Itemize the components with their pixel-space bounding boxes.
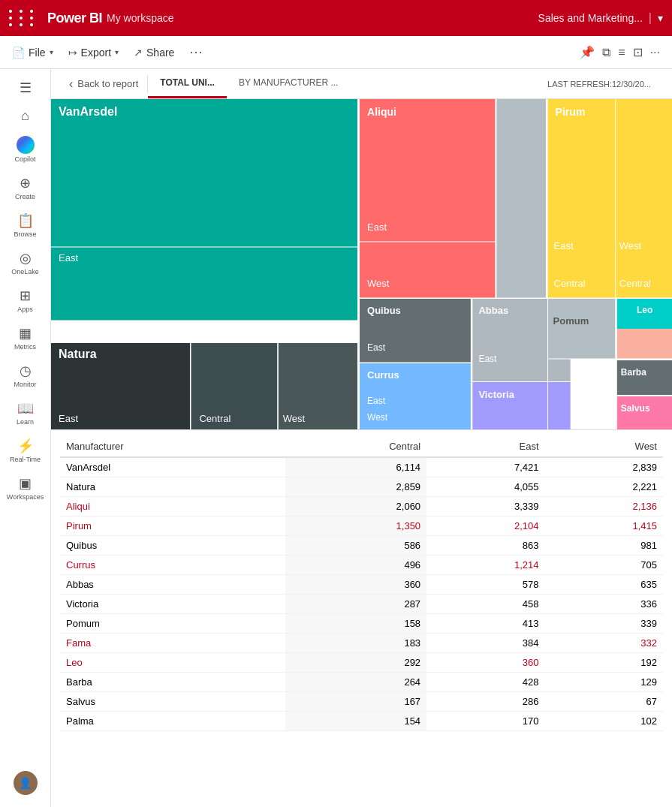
sidebar-item-home[interactable]: ⌂ [3, 104, 48, 128]
title-chevron-icon[interactable]: ▾ [658, 12, 663, 24]
cell-manufacturer: Fama [60, 634, 285, 653]
col-manufacturer: Manufacturer [60, 436, 285, 457]
svg-text:East: East [59, 413, 78, 424]
cell-west: 332 [545, 634, 663, 653]
onelake-icon: ◎ [20, 250, 32, 266]
workspace-label[interactable]: My workspace [107, 12, 173, 24]
cell-manufacturer: Leo [60, 653, 285, 673]
sidebar-label-copilot: Copilot [14, 155, 35, 163]
cell-west: 67 [545, 692, 663, 712]
cell-central: 586 [285, 536, 426, 556]
cell-central: 6,114 [285, 457, 426, 477]
title-separator: | [649, 11, 652, 25]
back-to-report-button[interactable]: ‹ Back to report [60, 69, 147, 98]
file-icon: 📄 [12, 47, 25, 59]
sidebar-item-learn[interactable]: 📖 Learn [3, 396, 48, 430]
sidebar-item-realtime[interactable]: ⚡ Real-Time [3, 433, 48, 468]
export-menu[interactable]: ↦ Export ▾ [68, 47, 119, 59]
svg-text:East: East [478, 354, 497, 364]
cell-east: 286 [426, 692, 544, 712]
tab-by-manufacturer[interactable]: BY MANUFACTURER ... [227, 69, 350, 98]
create-icon: ⊕ [20, 175, 31, 191]
report-title: Sales and Marketing... [538, 12, 643, 24]
sidebar-item-apps[interactable]: ⊞ Apps [3, 283, 48, 318]
svg-text:East: East [367, 221, 387, 233]
sidebar-item-metrics[interactable]: ▦ Metrics [3, 321, 48, 355]
file-label: File [29, 47, 46, 59]
cell-west: 336 [545, 595, 663, 614]
cell-central: 287 [285, 595, 426, 614]
svg-rect-46 [617, 360, 672, 395]
cell-east: 4,055 [426, 477, 544, 497]
back-arrow-icon: ‹ [69, 77, 73, 91]
cell-central: 264 [285, 673, 426, 692]
treemap-cell-vanarsdel-topleft [51, 99, 358, 321]
cell-manufacturer: VanArsdel [60, 457, 285, 477]
filter-icon[interactable]: ≡ [618, 46, 625, 59]
cell-manufacturer: Pirum [60, 516, 285, 536]
copy-icon[interactable]: ⧉ [602, 46, 610, 59]
cell-east: 384 [426, 634, 544, 653]
share-label: Share [146, 47, 174, 59]
export-label: Export [81, 47, 111, 59]
treemap-chart[interactable]: VanArsdel East Central West Natura East … [51, 99, 672, 429]
table-row: Salvus16728667 [60, 692, 663, 712]
ellipsis-icon[interactable]: ··· [650, 46, 660, 59]
sidebar-item-copilot[interactable]: Copilot [3, 131, 48, 167]
table-row: Fama183384332 [60, 634, 663, 653]
cell-manufacturer: Palma [60, 712, 285, 731]
pin-icon[interactable]: 📌 [580, 45, 595, 59]
focus-icon[interactable]: ⊡ [633, 45, 643, 59]
table-row: Pirum1,3502,1041,415 [60, 516, 663, 536]
sidebar-item-onelake[interactable]: ◎ OneLake [3, 245, 48, 280]
cell-west: 981 [545, 536, 663, 556]
export-chevron-icon: ▾ [115, 48, 119, 56]
svg-text:East: East [59, 252, 78, 263]
cell-manufacturer: Pomum [60, 614, 285, 634]
main-layout: ☰ ⌂ Copilot ⊕ Create 📋 Browse ◎ OneLake … [0, 69, 672, 807]
table-row: Leo292360192 [60, 653, 663, 673]
svg-text:Leo: Leo [637, 305, 652, 315]
cell-west: 2,839 [545, 457, 663, 477]
svg-text:West: West [367, 412, 388, 423]
table-row: Natura2,8594,0552,221 [60, 477, 663, 497]
hamburger-icon: ☰ [20, 80, 32, 96]
cell-central: 2,859 [285, 477, 426, 497]
top-navigation-bar: Power BI My workspace Sales and Marketin… [0, 0, 672, 36]
cell-east: 578 [426, 575, 544, 595]
more-options-icon[interactable]: ··· [189, 44, 203, 60]
home-icon: ⌂ [21, 108, 29, 124]
sidebar-item-browse[interactable]: 📋 Browse [3, 208, 48, 242]
sidebar-label-create: Create [15, 193, 35, 200]
sidebar-item-menu[interactable]: ☰ [3, 75, 48, 101]
file-chevron-icon: ▾ [50, 48, 53, 56]
sidebar-item-create[interactable]: ⊕ Create [3, 170, 48, 205]
sidebar-item-monitor[interactable]: ◷ Monitor [3, 358, 48, 393]
app-grid-icon[interactable] [9, 10, 37, 26]
sidebar-label-apps: Apps [17, 306, 33, 313]
cell-central: 292 [285, 653, 426, 673]
cell-west: 102 [545, 712, 663, 731]
share-menu[interactable]: ↗ Share [134, 47, 174, 59]
sidebar-item-workspaces[interactable]: ▣ Workspaces [3, 471, 48, 505]
cell-manufacturer: Abbas [60, 575, 285, 595]
sidebar-label-browse: Browse [14, 230, 36, 238]
cell-east: 1,214 [426, 556, 544, 575]
cell-manufacturer: Barba [60, 673, 285, 692]
cell-manufacturer: Aliqui [60, 497, 285, 516]
user-avatar[interactable]: 👤 [14, 771, 38, 795]
cell-west: 129 [545, 673, 663, 692]
browse-icon: 📋 [17, 212, 34, 229]
share-icon: ↗ [134, 47, 143, 59]
cell-east: 413 [426, 614, 544, 634]
svg-text:Salvus: Salvus [621, 403, 650, 414]
sidebar-label-onelake: OneLake [11, 268, 39, 276]
tab-total-units-label: TOTAL UNI... [160, 77, 215, 88]
svg-text:West: West [367, 278, 390, 289]
cell-manufacturer: Victoria [60, 595, 285, 614]
sidebar-label-workspaces: Workspaces [7, 493, 44, 501]
file-menu[interactable]: 📄 File ▾ [12, 47, 53, 59]
cell-manufacturer: Salvus [60, 692, 285, 712]
tab-total-units[interactable]: TOTAL UNI... [148, 69, 227, 98]
back-to-report-label: Back to report [77, 78, 138, 89]
